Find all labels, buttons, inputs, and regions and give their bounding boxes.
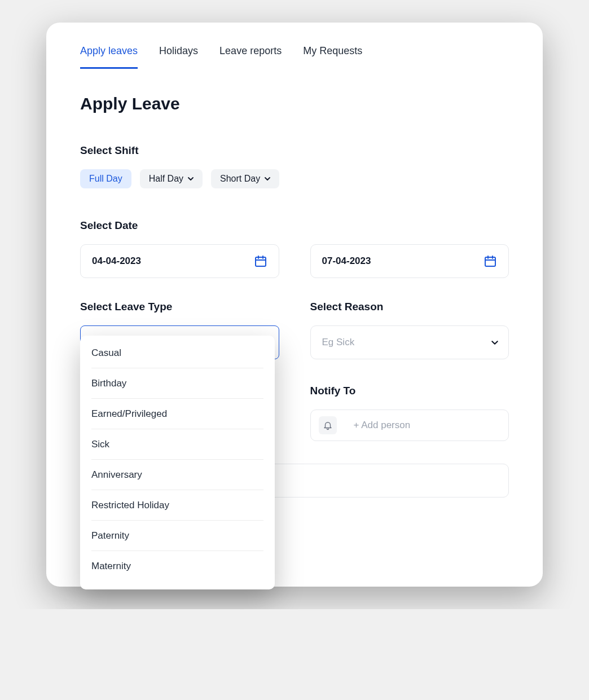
select-shift-label: Select Shift (80, 144, 509, 157)
leave-type-option-restricted[interactable]: Restricted Holiday (80, 490, 275, 521)
tab-apply-leaves[interactable]: Apply leaves (80, 45, 138, 69)
shift-half-day-label: Half Day (149, 174, 183, 184)
shift-full-day[interactable]: Full Day (80, 169, 131, 188)
tab-holidays[interactable]: Holidays (159, 45, 198, 69)
chevron-down-icon (491, 341, 497, 344)
start-date-field[interactable]: 04-04-2023 (80, 244, 279, 278)
leave-type-option-paternity[interactable]: Paternity (80, 521, 275, 551)
tab-my-requests[interactable]: My Requests (303, 45, 362, 69)
end-date-value: 07-04-2023 (322, 256, 371, 267)
page-title: Apply Leave (80, 94, 509, 113)
shift-full-day-label: Full Day (89, 174, 122, 184)
tab-bar: Apply leaves Holidays Leave reports My R… (80, 45, 509, 69)
shift-chip-group: Full Day Half Day Short Day (80, 169, 509, 188)
select-reason-label: Select Reason (310, 301, 509, 313)
shift-half-day[interactable]: Half Day (140, 169, 203, 188)
leave-type-option-sick[interactable]: Sick (80, 429, 275, 460)
calendar-icon (483, 254, 497, 268)
svg-rect-0 (256, 257, 266, 266)
chevron-down-icon (188, 177, 194, 180)
leave-type-option-birthday[interactable]: Birthday (80, 368, 275, 399)
notify-to-placeholder: + Add person (354, 420, 411, 431)
select-date-label: Select Date (80, 219, 509, 232)
shift-short-day-label: Short Day (220, 174, 260, 184)
reason-select[interactable]: Eg Sick (310, 325, 509, 359)
bell-icon (319, 416, 337, 434)
shift-short-day[interactable]: Short Day (211, 169, 279, 188)
svg-rect-4 (485, 257, 495, 266)
calendar-icon (254, 254, 267, 268)
leave-type-dropdown: Casual Birthday Earned/Privileged Sick A… (80, 336, 275, 589)
start-date-value: 04-04-2023 (92, 256, 141, 267)
notify-to-field[interactable]: + Add person (310, 410, 509, 441)
chevron-down-icon (265, 177, 270, 180)
reason-placeholder: Eg Sick (322, 337, 355, 348)
notify-to-label: Notify To (310, 385, 509, 397)
leave-type-option-anniversary[interactable]: Anniversary (80, 460, 275, 490)
end-date-field[interactable]: 07-04-2023 (310, 244, 509, 278)
select-leave-type-label: Select Leave Type (80, 301, 279, 313)
leave-type-option-casual[interactable]: Casual (80, 338, 275, 368)
leave-type-option-maternity[interactable]: Maternity (80, 551, 275, 582)
tab-leave-reports[interactable]: Leave reports (219, 45, 282, 69)
leave-form-card: Apply leaves Holidays Leave reports My R… (46, 23, 543, 587)
leave-type-option-earned[interactable]: Earned/Privileged (80, 399, 275, 429)
